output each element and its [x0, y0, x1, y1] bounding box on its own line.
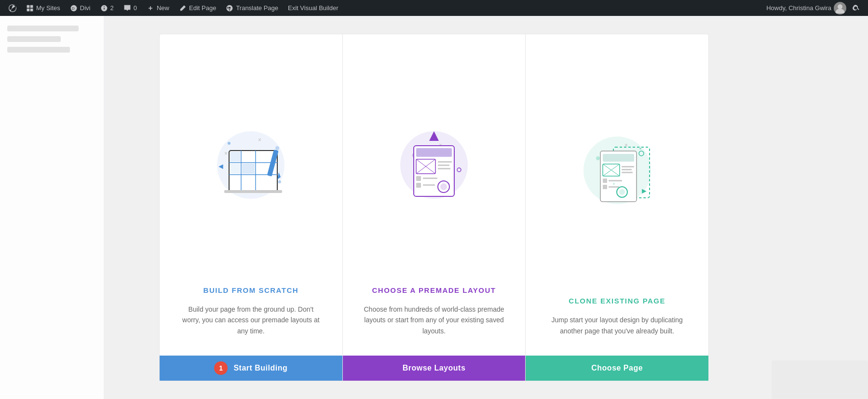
new-item[interactable]: New — [142, 0, 174, 16]
svg-rect-25 — [224, 190, 282, 193]
svg-point-67 — [613, 183, 615, 185]
sidebar-hint — [0, 16, 104, 399]
svg-text:◄: ◄ — [217, 162, 225, 170]
svg-point-8 — [228, 142, 231, 145]
my-sites-label: My Sites — [36, 4, 60, 12]
card-3-title: CLONE EXISTING PAGE — [554, 297, 680, 305]
svg-point-48 — [596, 156, 600, 160]
new-label: New — [157, 4, 169, 12]
svg-rect-20 — [230, 151, 240, 162]
exit-label: Exit Visual Builder — [288, 4, 339, 12]
updates-count: 2 — [110, 4, 114, 12]
search-icon[interactable] — [849, 3, 864, 13]
divi-label: Divi — [80, 4, 91, 12]
svg-rect-40 — [416, 176, 421, 181]
svg-rect-39 — [438, 168, 450, 169]
start-building-button[interactable]: 1 Start Building — [160, 356, 342, 381]
card-1-desc: Build your page from the ground up. Don'… — [160, 304, 342, 336]
svg-rect-43 — [423, 184, 435, 186]
svg-rect-57 — [622, 166, 634, 167]
wp-logo[interactable] — [4, 0, 21, 16]
svg-point-6 — [838, 4, 842, 9]
svg-point-66 — [639, 148, 641, 150]
exit-visual-builder-item[interactable]: Exit Visual Builder — [283, 0, 343, 16]
card-1-illustration: × × ◄ — [160, 34, 342, 286]
comments-count: 0 — [134, 4, 137, 12]
card-1-title: BUILD FROM SCRATCH — [189, 286, 313, 294]
svg-rect-22 — [230, 164, 240, 174]
choose-page-button[interactable]: Choose Page — [526, 356, 708, 381]
svg-rect-58 — [622, 169, 632, 170]
svg-rect-38 — [438, 165, 449, 166]
svg-text:D: D — [72, 6, 75, 11]
comments-item[interactable]: 0 — [119, 0, 142, 16]
svg-rect-2 — [27, 8, 30, 11]
svg-text:×: × — [258, 137, 261, 143]
user-avatar[interactable] — [834, 2, 846, 14]
svg-rect-60 — [603, 179, 607, 183]
translate-label: Translate Page — [236, 4, 278, 12]
svg-text:×: × — [224, 150, 228, 157]
updates-item[interactable]: 2 — [95, 0, 119, 16]
svg-rect-33 — [416, 148, 452, 157]
svg-point-45 — [440, 183, 447, 190]
svg-rect-1 — [30, 5, 33, 8]
user-greeting: Howdy, Christina Gwira — [766, 4, 831, 12]
my-sites-item[interactable]: My Sites — [21, 0, 65, 16]
card-choose-layout: × — — [343, 34, 526, 381]
edit-page-item[interactable]: Edit Page — [174, 0, 221, 16]
svg-text:►: ► — [640, 187, 648, 195]
admin-bar: My Sites D Divi 2 0 New Edit Page Transl… — [0, 0, 868, 16]
edit-page-label: Edit Page — [189, 4, 216, 12]
card-2-desc: Choose from hundreds of world-class prem… — [343, 304, 526, 336]
start-building-label: Start Building — [233, 364, 287, 372]
choose-page-label: Choose Page — [591, 364, 643, 372]
divi-item[interactable]: D Divi — [65, 0, 95, 16]
card-3-desc: Jump start your layout design by duplica… — [526, 315, 708, 336]
browse-layouts-label: Browse Layouts — [403, 364, 466, 372]
main-content: × × ◄ — [0, 16, 868, 399]
svg-point-10 — [278, 180, 281, 183]
card-clone-page: × ► — [526, 34, 709, 381]
svg-rect-59 — [622, 172, 633, 173]
svg-point-9 — [275, 146, 279, 150]
svg-rect-0 — [27, 5, 30, 8]
card-build-from-scratch: × × ◄ — [159, 34, 343, 381]
start-building-badge: 1 — [214, 361, 228, 375]
svg-rect-61 — [609, 180, 622, 181]
svg-rect-41 — [423, 178, 437, 179]
scrollbar-hint — [772, 360, 868, 399]
svg-rect-53 — [603, 154, 634, 162]
svg-point-65 — [619, 189, 625, 195]
card-2-illustration: × — — [343, 34, 526, 286]
svg-rect-42 — [416, 183, 421, 188]
card-2-title: CHOOSE A PREMADE LAYOUT — [357, 286, 510, 294]
svg-rect-63 — [609, 186, 619, 188]
svg-rect-37 — [438, 161, 452, 163]
svg-rect-62 — [603, 185, 607, 189]
browse-layouts-button[interactable]: Browse Layouts — [343, 356, 526, 381]
svg-rect-3 — [30, 8, 33, 11]
admin-bar-right: Howdy, Christina Gwira — [766, 2, 864, 14]
card-3-illustration: × ► — [526, 34, 708, 297]
svg-rect-21 — [242, 164, 255, 174]
translate-item[interactable]: Translate Page — [221, 0, 283, 16]
cards-container: × × ◄ — [159, 34, 709, 381]
